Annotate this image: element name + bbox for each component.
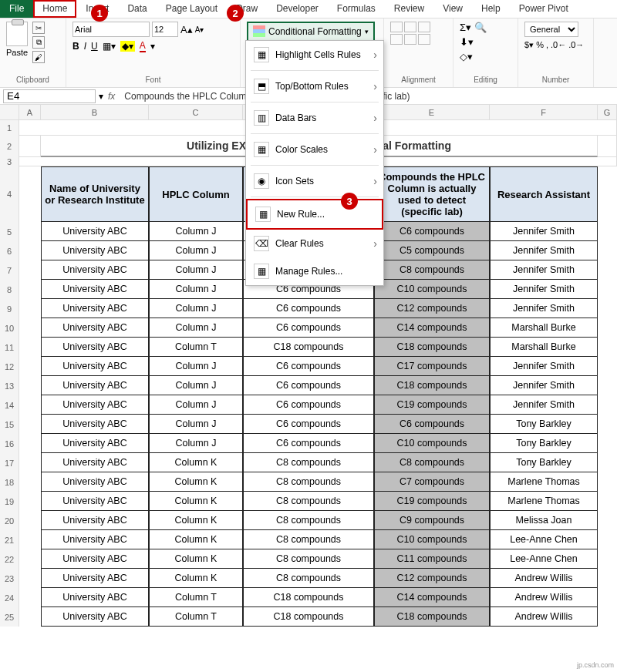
table-header-research-assistant[interactable]: Research Assistant	[490, 166, 598, 222]
cell[interactable]: C10 compounds	[374, 280, 490, 299]
row-header[interactable]: 1	[0, 120, 19, 136]
cell[interactable]: C8 compounds	[243, 549, 374, 569]
cell[interactable]: University ABC	[41, 492, 149, 511]
cell[interactable]: Column J	[149, 241, 243, 260]
cell[interactable]: C7 compounds	[374, 472, 490, 492]
align-center-icon[interactable]	[404, 34, 416, 45]
cell[interactable]: C18 compounds	[243, 607, 374, 627]
cell-empty[interactable]	[19, 222, 41, 241]
cell-empty[interactable]	[19, 376, 41, 395]
cell[interactable]: University ABC	[41, 299, 149, 318]
cell-empty[interactable]	[19, 136, 41, 157]
row-header[interactable]: 13	[0, 376, 19, 395]
row-header[interactable]: 21	[0, 530, 19, 549]
row-header[interactable]: 6	[0, 241, 19, 260]
cell[interactable]: C6 compounds	[243, 395, 374, 415]
cell[interactable]: C6 compounds	[243, 299, 374, 318]
clear-icon[interactable]: ◇▾	[460, 51, 473, 62]
cell-empty[interactable]	[598, 588, 617, 607]
cell[interactable]: Lee-Anne Chen	[490, 530, 598, 549]
cell[interactable]: Lee-Anne Chen	[490, 549, 598, 569]
row-header[interactable]: 15	[0, 415, 19, 434]
underline-button[interactable]: U	[91, 41, 98, 52]
table-header-hplc[interactable]: HPLC Column	[149, 166, 243, 222]
cell-empty[interactable]	[598, 415, 617, 434]
font-name-select[interactable]	[72, 22, 150, 37]
font-color-dropdown-icon[interactable]: ▾	[150, 41, 155, 52]
cell[interactable]: C6 compounds	[243, 318, 374, 338]
cell-empty[interactable]	[19, 357, 41, 376]
cell-empty[interactable]	[19, 492, 41, 511]
tab-developer[interactable]: Developer	[267, 0, 328, 18]
row-header[interactable]: 24	[0, 588, 19, 607]
cell[interactable]: Column K	[149, 472, 243, 492]
row-header[interactable]: 20	[0, 511, 19, 530]
bold-button[interactable]: B	[72, 41, 79, 52]
cell-empty[interactable]	[598, 136, 617, 157]
cut-icon[interactable]: ✂	[32, 22, 45, 34]
cell[interactable]: C10 compounds	[374, 434, 490, 453]
cell-empty[interactable]	[19, 434, 41, 453]
cell-empty[interactable]	[19, 299, 41, 318]
menu-new-rule[interactable]: ▦New Rule...	[246, 199, 383, 230]
currency-icon[interactable]: $▾	[524, 40, 534, 50]
cell[interactable]: Jennifer Smith	[490, 241, 598, 260]
cell[interactable]: Column J	[149, 357, 243, 376]
cell-empty[interactable]	[19, 280, 41, 299]
tab-home[interactable]: Home	[33, 0, 76, 18]
cell[interactable]: Column K	[149, 530, 243, 549]
tab-page-layout[interactable]: Page Layout	[157, 0, 227, 18]
row-header[interactable]: 8	[0, 280, 19, 299]
tab-formulas[interactable]: Formulas	[328, 0, 385, 18]
number-format-select[interactable]: General	[524, 22, 578, 37]
cell[interactable]: Column K	[149, 569, 243, 588]
comma-icon[interactable]: ,	[546, 40, 548, 50]
cell-empty[interactable]	[19, 338, 41, 357]
tab-view[interactable]: View	[433, 0, 472, 18]
row-header[interactable]: 10	[0, 318, 19, 338]
cell[interactable]: C8 compounds	[374, 260, 490, 280]
cell[interactable]: C19 compounds	[374, 492, 490, 511]
cell[interactable]: Column J	[149, 318, 243, 338]
cell[interactable]: University ABC	[41, 318, 149, 338]
tab-help[interactable]: Help	[472, 0, 510, 18]
cell[interactable]: C8 compounds	[243, 472, 374, 492]
decrease-decimal-icon[interactable]: .0→	[568, 40, 584, 50]
cell-empty[interactable]	[19, 260, 41, 280]
cell-empty[interactable]	[19, 511, 41, 530]
font-size-select[interactable]	[152, 22, 178, 37]
cell[interactable]: Marshall Burke	[490, 338, 598, 357]
cell-empty[interactable]	[19, 588, 41, 607]
col-B[interactable]: B	[41, 105, 149, 119]
cell[interactable]: Tony Barkley	[490, 415, 598, 434]
cell[interactable]: C6 compounds	[243, 434, 374, 453]
increase-font-icon[interactable]: A▴	[180, 24, 193, 35]
align-top-left-icon[interactable]	[390, 22, 403, 32]
row-header[interactable]: 18	[0, 472, 19, 492]
row-header[interactable]: 23	[0, 569, 19, 588]
cell[interactable]: Andrew Willis	[490, 569, 598, 588]
cell[interactable]: C14 compounds	[374, 318, 490, 338]
col-C[interactable]: C	[149, 105, 243, 119]
table-header-name[interactable]: Name of University or Research Institute	[41, 166, 149, 222]
cell[interactable]: C12 compounds	[374, 569, 490, 588]
border-icon[interactable]: ▦▾	[103, 41, 116, 52]
cell[interactable]: C8 compounds	[374, 453, 490, 472]
cell-empty[interactable]	[598, 492, 617, 511]
cell-empty[interactable]	[19, 569, 41, 588]
cell[interactable]: C8 compounds	[243, 511, 374, 530]
align-top-right-icon[interactable]	[418, 22, 430, 32]
fill-icon[interactable]: ⬇▾	[460, 36, 474, 48]
cell-empty[interactable]	[598, 280, 617, 299]
row-header[interactable]: 16	[0, 434, 19, 453]
menu-clear-rules[interactable]: ⌫Clear Rules	[246, 230, 383, 257]
cell[interactable]: Column J	[149, 395, 243, 415]
cell[interactable]: C5 compounds	[374, 241, 490, 260]
cell[interactable]: C18 compounds	[374, 338, 490, 357]
cell-empty[interactable]	[19, 415, 41, 434]
cell[interactable]: Column T	[149, 338, 243, 357]
font-color-icon[interactable]: A	[140, 40, 146, 52]
copy-icon[interactable]: ⧉	[32, 36, 45, 49]
cell-empty[interactable]	[598, 357, 617, 376]
row-header[interactable]: 3	[0, 157, 19, 166]
